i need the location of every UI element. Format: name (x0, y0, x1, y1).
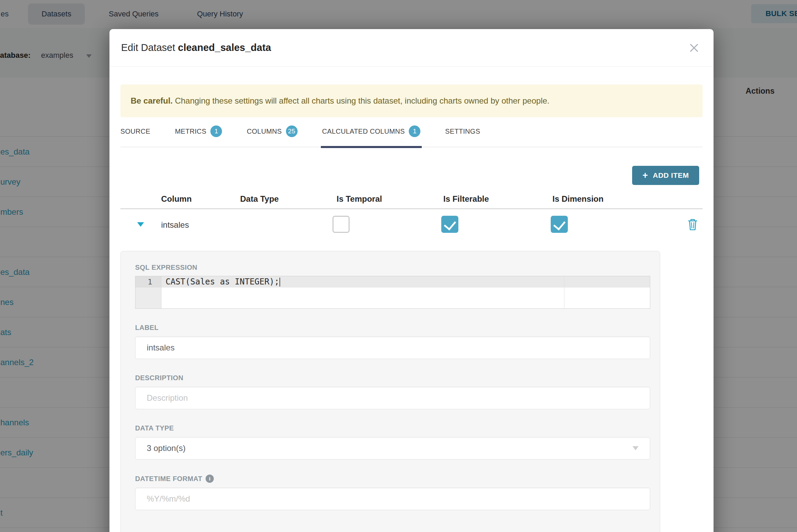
modal-title: Edit Dataset cleaned_sales_data (121, 42, 271, 53)
modal-title-prefix: Edit Dataset (121, 42, 178, 53)
is-temporal-checkbox[interactable] (332, 216, 350, 233)
label-input[interactable] (135, 336, 650, 359)
screen: es Datasets Saved Queries Query History … (0, 0, 797, 532)
data-type-field-group: DATA TYPE 3 option(s) (135, 424, 645, 460)
delete-column-button[interactable] (687, 218, 698, 232)
add-item-label: ADD ITEM (653, 171, 689, 179)
datetime-format-label-text: DATETIME FORMAT (135, 475, 202, 483)
metrics-count-badge: 1 (210, 125, 222, 137)
tab-columns-label: COLUMNS (247, 128, 282, 135)
data-type-field-label: DATA TYPE (135, 424, 645, 432)
sql-expression-label: SQL EXPRESSION (135, 264, 645, 271)
plus-icon: + (642, 171, 648, 180)
modal-header: Edit Dataset cleaned_sales_data (109, 29, 714, 67)
columns-count-badge: 25 (286, 125, 298, 137)
tab-settings-label: SETTINGS (445, 128, 480, 135)
description-field-group: DESCRIPTION (135, 374, 645, 409)
tab-calculated-columns[interactable]: CALCULATED COLUMNS 1 (322, 125, 421, 147)
warning-text: Changing these settings will affect all … (173, 96, 550, 105)
data-type-selected-value: 3 option(s) (147, 443, 185, 453)
trash-icon (687, 218, 698, 231)
tab-source[interactable]: SOURCE (120, 125, 150, 147)
is-dimension-checkbox[interactable] (551, 216, 568, 233)
is-temporal-header: Is Temporal (332, 194, 441, 204)
line-number: 1 (135, 276, 161, 288)
warning-bold: Be careful. (131, 96, 173, 105)
calculated-column-detail-panel: SQL EXPRESSION 1 CAST(Sales as INTEGER);… (120, 251, 660, 532)
sql-expression-editor[interactable]: 1 CAST(Sales as INTEGER); (135, 276, 650, 309)
editor-gutter: 1 (135, 276, 161, 308)
column-name: intsales (151, 220, 240, 230)
close-icon[interactable] (688, 42, 700, 54)
data-type-header: Data Type (240, 194, 332, 204)
chevron-down-icon (632, 446, 639, 450)
datetime-format-input[interactable] (135, 488, 650, 510)
is-filterable-header: Is Filterable (441, 194, 551, 204)
label-field-group: LABEL (135, 324, 645, 359)
tab-metrics[interactable]: METRICS 1 (175, 125, 222, 147)
description-field-label: DESCRIPTION (135, 374, 645, 382)
editor-content[interactable]: CAST(Sales as INTEGER); (161, 276, 650, 308)
tab-calculated-columns-label: CALCULATED COLUMNS (322, 128, 405, 135)
is-filterable-checkbox[interactable] (441, 216, 458, 233)
print-margin-line (564, 276, 564, 308)
label-field-label: LABEL (135, 324, 645, 332)
tab-columns[interactable]: COLUMNS 25 (247, 125, 297, 147)
modal-title-dataset-name: cleaned_sales_data (178, 42, 271, 53)
sql-code: CAST(Sales as INTEGER); (166, 277, 279, 287)
tab-settings[interactable]: SETTINGS (445, 125, 480, 147)
datetime-format-field-label: DATETIME FORMAT i (135, 475, 645, 483)
warning-banner: Be careful. Changing these settings will… (120, 84, 703, 117)
datetime-format-field-group: DATETIME FORMAT i (135, 475, 645, 510)
modal-tabs: SOURCE METRICS 1 COLUMNS 25 CALCULATED C… (120, 125, 703, 147)
tab-metrics-label: METRICS (175, 128, 206, 135)
calculated-columns-header-row: Column Data Type Is Temporal Is Filterab… (120, 194, 703, 209)
calculated-column-row: intsales (120, 209, 703, 241)
calculated-columns-count-badge: 1 (409, 125, 420, 137)
tab-source-label: SOURCE (120, 128, 150, 135)
description-input[interactable] (135, 387, 650, 409)
info-icon[interactable]: i (206, 475, 214, 483)
modal-body: Be careful. Changing these settings will… (109, 67, 714, 532)
is-dimension-header: Is Dimension (551, 194, 662, 204)
column-header: Column (151, 194, 240, 204)
data-type-select[interactable]: 3 option(s) (135, 437, 650, 460)
edit-dataset-modal: Edit Dataset cleaned_sales_data Be caref… (109, 29, 714, 532)
collapse-caret-icon[interactable] (137, 222, 144, 227)
add-item-row: + ADD ITEM (120, 166, 699, 185)
add-item-button[interactable]: + ADD ITEM (632, 166, 699, 185)
text-cursor (279, 278, 280, 287)
